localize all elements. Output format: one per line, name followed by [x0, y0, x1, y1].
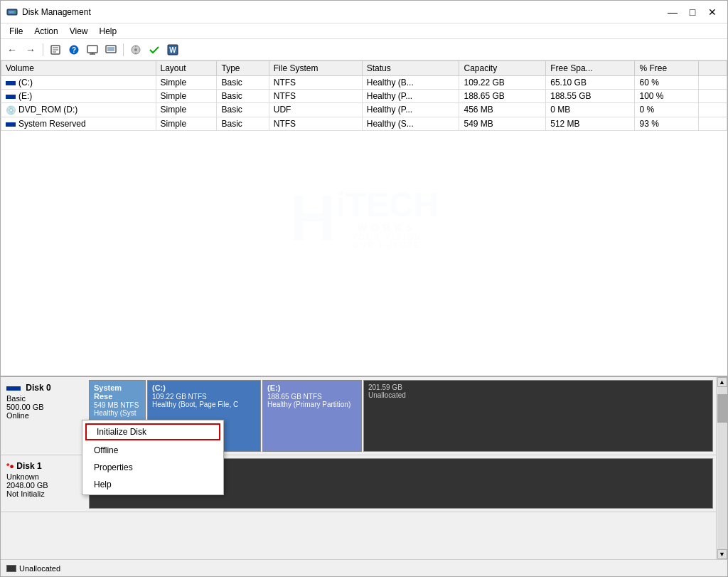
disk1-type: Unknown	[6, 472, 80, 481]
disk0-type: Basic	[6, 394, 80, 403]
table-row[interactable]: 💿DVD_ROM (D:)SimpleBasicUDFHealthy (P...…	[1, 103, 727, 117]
scroll-down-button[interactable]: ▼	[717, 549, 727, 559]
toolbar-separator-1	[43, 43, 43, 56]
wizard-button[interactable]: W	[164, 42, 181, 58]
legend-unallocated: Unallocated	[6, 564, 60, 573]
col-header-volume[interactable]: Volume	[1, 61, 156, 76]
col-header-filesystem[interactable]: File System	[269, 61, 362, 76]
scroll-thumb[interactable]	[717, 394, 727, 423]
disk-table: Volume Layout Type File System Status Ca…	[1, 60, 727, 131]
app-icon	[6, 6, 18, 18]
disk0-status: Online	[6, 411, 80, 420]
check-button[interactable]	[146, 42, 163, 58]
col-header-pctfree[interactable]: % Free	[635, 61, 699, 76]
col-header-capacity[interactable]: Capacity	[459, 61, 546, 76]
svg-text:W: W	[169, 46, 176, 54]
minimize-button[interactable]: —	[663, 5, 682, 19]
legend-unallocated-label: Unallocated	[19, 564, 60, 573]
disk0-label: Disk 0 Basic 500.00 GB Online	[1, 380, 86, 452]
svg-rect-9	[87, 46, 97, 53]
window-controls: — □ ✕	[663, 5, 722, 19]
ctx-properties[interactable]: Properties	[82, 459, 223, 476]
legend-bar: Unallocated	[1, 559, 727, 576]
svg-text:?: ?	[72, 46, 76, 54]
scroll-up-button[interactable]: ▲	[717, 377, 727, 387]
menu-view[interactable]: View	[64, 25, 94, 38]
upper-panel: Volume Layout Type File System Status Ca…	[1, 60, 727, 377]
legend-unallocated-color	[6, 565, 16, 572]
maximize-button[interactable]: □	[683, 5, 702, 19]
col-header-status[interactable]: Status	[362, 61, 459, 76]
window-title: Disk Management	[22, 7, 663, 17]
menu-bar: File Action View Help	[1, 23, 727, 39]
table-row[interactable]: (E:)SimpleBasicNTFSHealthy (P...188.65 G…	[1, 90, 727, 103]
table-row[interactable]: System ReservedSimpleBasicNTFSHealthy (S…	[1, 117, 727, 130]
help-button[interactable]: ?	[65, 42, 82, 58]
toolbar: ← → ? W	[1, 39, 727, 60]
svg-point-17	[134, 48, 137, 51]
vertical-scrollbar[interactable]: ▲ ▼	[716, 377, 727, 559]
table-row[interactable]: (C:)SimpleBasicNTFSHealthy (B...109.22 G…	[1, 76, 727, 90]
diskpart-button[interactable]	[127, 42, 144, 58]
disk1-title: *● Disk 1	[6, 461, 80, 471]
disk0-size: 500.00 GB	[6, 403, 80, 411]
disk0-title: Disk 0	[6, 383, 80, 393]
menu-help[interactable]: Help	[94, 25, 123, 38]
disk1-status: Not Initializ	[6, 489, 80, 498]
ctx-initialize-disk[interactable]: Initialize Disk	[85, 423, 220, 440]
ctx-offline[interactable]: Offline	[82, 442, 223, 459]
scroll-track[interactable]	[717, 387, 727, 549]
title-bar: Disk Management — □ ✕	[1, 1, 727, 23]
properties-button[interactable]	[47, 42, 64, 58]
col-header-extra	[699, 61, 727, 76]
disk0-part-e[interactable]: (E:) 188.65 GB NTFS Healthy (Primary Par…	[262, 380, 362, 452]
svg-point-2	[14, 11, 16, 13]
forward-button[interactable]: →	[22, 42, 39, 58]
disk0-part-unallocated[interactable]: 201.59 GB Unallocated	[363, 380, 713, 452]
disk-management-window: Disk Management — □ ✕ File Action View H…	[0, 0, 728, 577]
back-button[interactable]: ←	[4, 42, 21, 58]
disk1-size: 2048.00 GB	[6, 481, 80, 489]
col-header-layout[interactable]: Layout	[156, 61, 217, 76]
col-header-type[interactable]: Type	[217, 61, 269, 76]
close-button[interactable]: ✕	[703, 5, 722, 19]
watermark: H iTECH WORKS YOUR VISION OUR FUTURE	[290, 181, 439, 255]
ctx-help[interactable]: Help	[82, 476, 223, 493]
rescan-button[interactable]	[84, 42, 101, 58]
disk1-label: *● Disk 1 Unknown 2048.00 GB Not Initial…	[1, 458, 86, 509]
menu-file[interactable]: File	[4, 25, 28, 38]
col-header-freespace[interactable]: Free Spa...	[546, 61, 635, 76]
menu-action[interactable]: Action	[28, 25, 63, 38]
toolbar-separator-2	[123, 43, 124, 56]
refresh-button[interactable]	[102, 42, 119, 58]
context-menu: Initialize Disk Offline Properties Help	[82, 420, 224, 495]
